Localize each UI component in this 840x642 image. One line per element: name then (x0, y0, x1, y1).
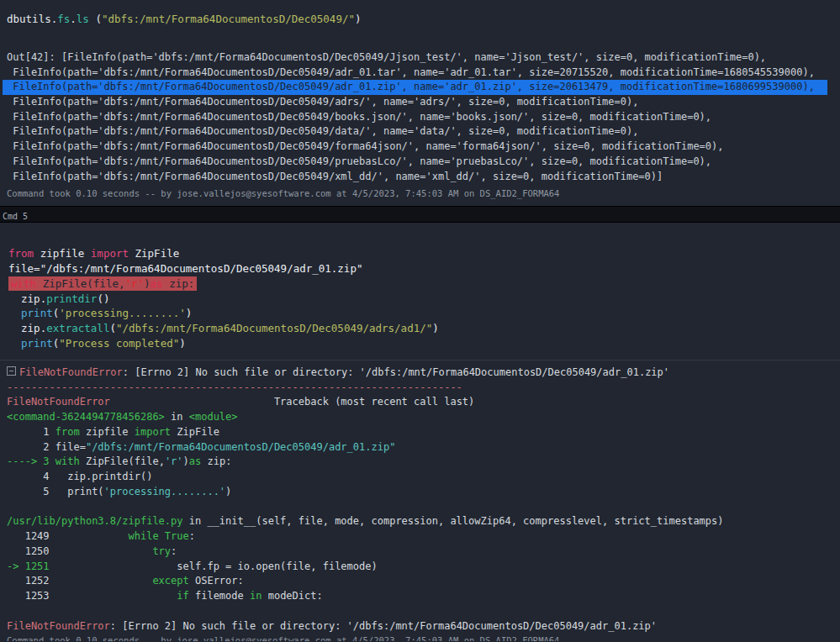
output-line: FileInfo(path='dbfs:/mnt/Forma64Document… (7, 110, 840, 125)
notebook-cell-5: from zipfile import ZipFilefile="/dbfs:/… (0, 223, 840, 641)
notebook-cell-4: dbutils.fs.ls ("dbfs:/mnt/Forma64Documen… (0, 0, 840, 199)
command-status-line: Command took 0.10 seconds -- by jose.val… (0, 187, 840, 199)
output-line: FileInfo(path='dbfs:/mnt/Forma64Document… (7, 66, 840, 81)
command-status-line-partial: Command took 0.10 seconds -- by jose.val… (0, 634, 840, 641)
traceback-line: /usr/lib/python3.8/zipfile.py in __init_… (7, 514, 840, 529)
code-line[interactable]: print('processing........') (8, 306, 840, 321)
traceback-line: 1252 except OSError: (7, 574, 840, 589)
traceback-line: 1249 while True: (7, 529, 840, 545)
traceback-line: 4 zip.printdir() (7, 470, 840, 485)
output-line: Out[42]: [FileInfo(path='dbfs:/mnt/Forma… (7, 50, 840, 66)
traceback-line: 2 file="/dbfs:/mnt/Forma64DocumentosD/De… (7, 440, 840, 455)
cell-divider[interactable]: Cmd 5 (0, 206, 840, 223)
traceback-line: -> 1251 self.fp = io.open(file, filemode… (7, 560, 840, 575)
output-line: FileInfo(path='dbfs:/mnt/Forma64Document… (7, 95, 840, 110)
traceback-line: 5 print('processing........') (7, 485, 840, 500)
traceback-line (7, 604, 840, 619)
traceback-line (7, 500, 840, 515)
code-line[interactable]: from zipfile import ZipFile (8, 246, 840, 261)
traceback-line: ----------------------------------------… (7, 381, 840, 396)
traceback-line: ----> 3 with ZipFile(file,'r')as zip: (7, 455, 840, 470)
output-line: FileInfo(path='dbfs:/mnt/Forma64Document… (7, 139, 840, 155)
traceback-line: FileNotFoundError: [Errno 2] No such fil… (7, 619, 840, 634)
code-line[interactable]: file="/dbfs:/mnt/Forma64DocumentosD/Dec0… (8, 261, 840, 276)
code-line[interactable]: zip.printdir() (8, 292, 840, 307)
cell-5-error-output: FileNotFoundError: [Errno 2] No such fil… (0, 360, 840, 634)
traceback-line: FileNotFoundError Traceback (most recent… (7, 395, 840, 410)
traceback-line: 1253 if filemode in modeDict: (7, 589, 840, 604)
code-line[interactable]: dbutils.fs.ls ("dbfs:/mnt/Forma64Documen… (7, 12, 840, 27)
output-line-selected: FileInfo(path='dbfs:/mnt/Forma64Document… (3, 80, 827, 95)
cmd-label: Cmd 5 (0, 210, 28, 221)
traceback-line: 1 from zipfile import ZipFile (7, 425, 840, 440)
code-line-search-highlighted[interactable]: with ZipFile(file,'r')as zip: (8, 276, 840, 292)
traceback-line: 1250 try: (7, 545, 840, 560)
traceback-line: <command-3624494778456286> in <module> (7, 410, 840, 425)
code-line[interactable]: zip.extractall("/dbfs:/mnt/Forma64Docume… (8, 321, 840, 336)
cell-4-output: Out[42]: [FileInfo(path='dbfs:/mnt/Forma… (0, 50, 840, 184)
code-editor-cell-4[interactable]: dbutils.fs.ls ("dbfs:/mnt/Forma64Documen… (0, 0, 840, 27)
output-line: FileInfo(path='dbfs:/mnt/Forma64Document… (7, 155, 840, 170)
code-line[interactable]: print("Process completed") (8, 336, 840, 351)
collapse-results-icon[interactable] (7, 366, 16, 376)
error-summary-line: FileNotFoundError: [Errno 2] No such fil… (7, 366, 840, 381)
code-editor-cell-5[interactable]: from zipfile import ZipFilefile="/dbfs:/… (0, 223, 840, 351)
output-line: FileInfo(path='dbfs:/mnt/Forma64Document… (7, 124, 840, 139)
output-line: FileInfo(path='dbfs:/mnt/Forma64Document… (7, 170, 840, 185)
